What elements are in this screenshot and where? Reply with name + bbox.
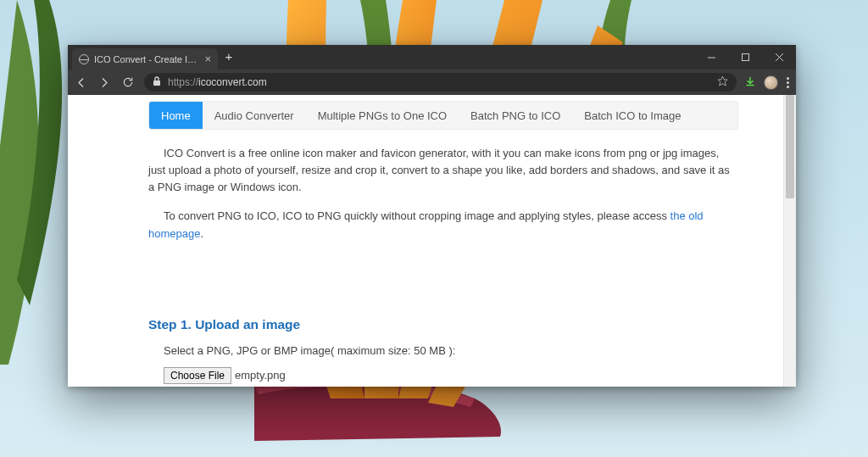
- chosen-file-name: empty.png: [235, 369, 286, 382]
- svg-rect-5: [153, 81, 160, 86]
- scrollbar[interactable]: [783, 95, 796, 387]
- reload-button[interactable]: [120, 75, 136, 90]
- nav-multiple-pngs[interactable]: Multiple PNGs to One ICO: [306, 102, 459, 129]
- browser-toolbar: https://icoconvert.com: [68, 70, 796, 95]
- menu-button[interactable]: [787, 77, 789, 88]
- profile-avatar[interactable]: [764, 75, 778, 90]
- browser-window: ICO Convert - Create Icons From × +: [68, 45, 796, 387]
- back-button[interactable]: [73, 75, 88, 90]
- close-tab-icon[interactable]: ×: [204, 53, 211, 64]
- browser-tab[interactable]: ICO Convert - Create Icons From ×: [72, 48, 218, 70]
- scrollbar-thumb[interactable]: [786, 95, 794, 198]
- forward-button[interactable]: [97, 75, 112, 90]
- globe-icon: [79, 54, 89, 64]
- step1-title: Step 1. Upload an image: [148, 317, 738, 332]
- nav-audio-converter[interactable]: Audio Converter: [203, 102, 306, 129]
- url-text: https://icoconvert.com: [168, 76, 710, 88]
- lock-icon: [153, 76, 161, 89]
- select-hint: Select a PNG, JPG or BMP image( maximum …: [164, 344, 738, 357]
- site-navbar: Home Audio Converter Multiple PNGs to On…: [148, 101, 738, 130]
- intro-paragraph-1: ICO Convert is a free online icon maker …: [148, 145, 738, 196]
- window-minimize-button[interactable]: [694, 45, 728, 70]
- download-icon[interactable]: [745, 76, 755, 89]
- intro-paragraph-2: To convert PNG to ICO, ICO to PNG quickl…: [148, 208, 738, 242]
- bookmark-star-icon[interactable]: [717, 75, 728, 89]
- nav-batch-png-to-ico[interactable]: Batch PNG to ICO: [459, 102, 572, 129]
- window-close-button[interactable]: [762, 45, 796, 70]
- new-tab-button[interactable]: +: [218, 49, 240, 64]
- tab-title: ICO Convert - Create Icons From: [94, 54, 199, 64]
- address-bar[interactable]: https://icoconvert.com: [144, 73, 737, 92]
- svg-marker-6: [718, 76, 727, 86]
- window-maximize-button[interactable]: [728, 45, 762, 70]
- svg-rect-2: [742, 54, 748, 61]
- titlebar: ICO Convert - Create Icons From × +: [68, 45, 796, 70]
- nav-home[interactable]: Home: [149, 102, 203, 129]
- nav-batch-ico-to-image[interactable]: Batch ICO to Image: [572, 102, 693, 129]
- page-viewport: Home Audio Converter Multiple PNGs to On…: [68, 95, 796, 387]
- choose-file-button[interactable]: Choose File: [164, 367, 231, 384]
